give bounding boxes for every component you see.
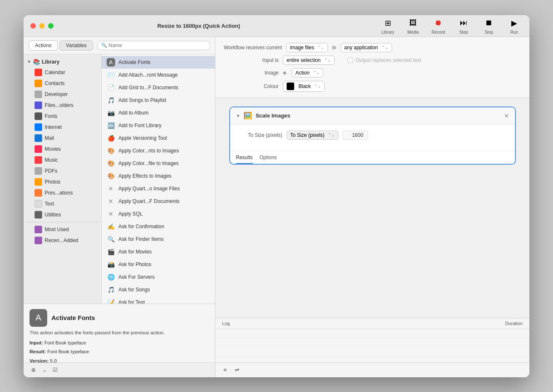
sidebar-label-pdfs: PDFs [45,168,57,174]
workflow-header: Workflow receives current image files ⌃⌄… [215,37,529,98]
colour-select[interactable]: Black ⌃⌄ [283,81,325,92]
list-item[interactable]: 🍎 Apple Versioning Tool [102,132,215,144]
tab-bar: Actions Variables 🔍 [24,37,215,54]
duration-label: Duration [505,321,523,326]
sidebar-item-developer[interactable]: Developer [25,89,99,100]
tab-options[interactable]: Options [260,155,277,164]
size-type-select[interactable]: To Size (pixels) ⌃⌄ [287,131,338,140]
step-label: Step [459,30,468,35]
action-label: Ask for Finder Items [118,236,164,242]
list-item[interactable]: A Activate Fonts [102,56,215,69]
close-button[interactable] [30,23,36,29]
sidebar-item-music[interactable]: Music [25,155,99,165]
list-item[interactable]: 🎨 Apply Color...file to Images [102,157,215,170]
sidebar-item-presentations[interactable]: Pres...ations [25,187,99,198]
action-label: Apply Effects to Images [118,173,172,179]
workflow-row-image: Image ◉ Action ⌃⌄ [224,68,521,77]
action-label: Ask for Confirmation [118,224,164,229]
action-icon-add-album: 📷 [107,109,115,117]
run-label: Run [510,30,518,35]
list-item[interactable]: 📷 Add to Album [102,107,215,119]
sidebar-item-recently-added[interactable]: Recen...Added [25,235,99,246]
list-item[interactable]: 📝 Ask for Text [102,296,215,304]
list-item[interactable]: 🔍 Ask for Finder Items [102,233,215,245]
sidebar-item-calendar[interactable]: Calendar [25,67,99,78]
search-input[interactable] [109,43,207,48]
app-arrow: ⌃⌄ [381,45,388,50]
files-icon [35,101,42,109]
list-item[interactable]: ✉️ Add Attach...ront Message [102,69,215,81]
sidebar-item-most-used[interactable]: Most Used [25,224,99,235]
run-toolbar-button[interactable]: ▶ Run [506,17,523,35]
colour-value: Black [298,83,311,89]
list-item[interactable]: 🎨 Apply Effects to Images [102,170,215,182]
search-icon: 🔍 [101,43,107,48]
card-close-button[interactable]: ✕ [504,112,509,119]
tab-variables[interactable]: Variables [59,40,93,51]
sidebar-item-utilities[interactable]: Utilities [25,209,99,220]
list-item[interactable]: 🎵 Ask for Songs [102,283,215,296]
size-value[interactable]: 1600 [343,131,368,140]
contacts-icon [35,80,42,87]
action-icon-apple-versioning: 🍎 [107,134,115,142]
minimize-button[interactable] [39,23,45,29]
list-view-button[interactable]: ≡ [220,365,230,375]
image-radio: ◉ [283,70,287,75]
tab-results[interactable]: Results [236,155,253,164]
image-label: Image [224,70,279,76]
sidebar-item-movies[interactable]: Movies [25,144,99,155]
input-is-label: Input is [224,57,279,63]
sidebar-label-recently-added: Recen...Added [45,237,78,243]
action-label: Ask for Songs [118,287,150,293]
action-icon-ask-text: 📝 [107,298,115,304]
sidebar-item-photos[interactable]: Photos [25,176,99,187]
sidebar-item-mail[interactable]: Mail [25,133,99,144]
preview-description: This action activates the fonts passed f… [30,329,209,336]
tab-actions[interactable]: Actions [29,40,58,51]
list-item[interactable]: ✍️ Ask for Confirmation [102,220,215,233]
card-collapse-button[interactable]: ▼ [236,113,241,118]
app-select[interactable]: any application ⌃⌄ [341,43,392,52]
presentations-icon [35,189,42,197]
action-icon-add-songs: 🎵 [107,96,115,104]
media-toolbar-button[interactable]: 🖼 Media [405,17,421,35]
sidebar-label-developer: Developer [45,91,68,97]
sidebar-item-internet[interactable]: Internet [25,122,99,133]
image-select[interactable]: Action ⌃⌄ [292,68,323,77]
list-item[interactable]: 🎨 Apply Color...nts to Images [102,144,215,157]
list-item[interactable]: ✕ Apply SQL [102,208,215,220]
sidebar-item-fonts[interactable]: Fonts [25,111,99,122]
flow-view-button[interactable]: ⇌ [232,365,242,375]
library-chevron: ▼ [27,59,31,64]
left-bottom-toolbar: ⊕ ⌄ ☑ [24,363,215,377]
library-toolbar-button[interactable]: ⊞ Library [379,17,396,35]
sidebar-item-pdfs[interactable]: PDFs [25,165,99,176]
list-item[interactable]: 🌐 Ask For Servers [102,271,215,283]
input-is-select[interactable]: entire selection ⌃⌄ [283,56,335,65]
stop-toolbar-button[interactable]: ⏹ Stop [481,17,497,35]
sidebar-item-text[interactable]: Text [25,198,99,209]
receives-label: Workflow receives current [224,45,282,51]
chevron-down-button[interactable]: ⌄ [40,365,49,375]
check-button[interactable]: ☑ [51,365,60,375]
list-item[interactable]: 📄 Add Grid to...F Documents [102,81,215,94]
list-item[interactable]: ✕ Apply Quart...F Documents [102,195,215,208]
list-item[interactable]: 🔤 Add to Font Library [102,119,215,132]
step-toolbar-button[interactable]: ⏭ Step [455,17,472,35]
sidebar-item-files[interactable]: Files...olders [25,100,99,111]
sidebar-item-contacts[interactable]: Contacts [25,78,99,89]
log-row [215,347,529,357]
right-panel: Workflow receives current image files ⌃⌄… [215,37,529,377]
list-item[interactable]: 🎵 Add Songs to Playlist [102,94,215,107]
run-icon: ▶ [508,17,520,29]
action-label: Apply Color...nts to Images [118,148,179,154]
list-item[interactable]: 📸 Ask for Photos [102,258,215,271]
list-item[interactable]: ✕ Apply Quart...o Image Files [102,182,215,195]
list-item[interactable]: 🎬 Ask for Movies [102,245,215,258]
action-label: Add Grid to...F Documents [118,85,178,91]
library-section-header[interactable]: ▼ 📚 Library [24,57,101,67]
add-action-button[interactable]: ⊕ [29,365,38,375]
record-toolbar-button[interactable]: ⏺ Record [430,17,447,35]
maximize-button[interactable] [48,23,54,29]
input-type-select[interactable]: image files ⌃⌄ [286,43,328,52]
